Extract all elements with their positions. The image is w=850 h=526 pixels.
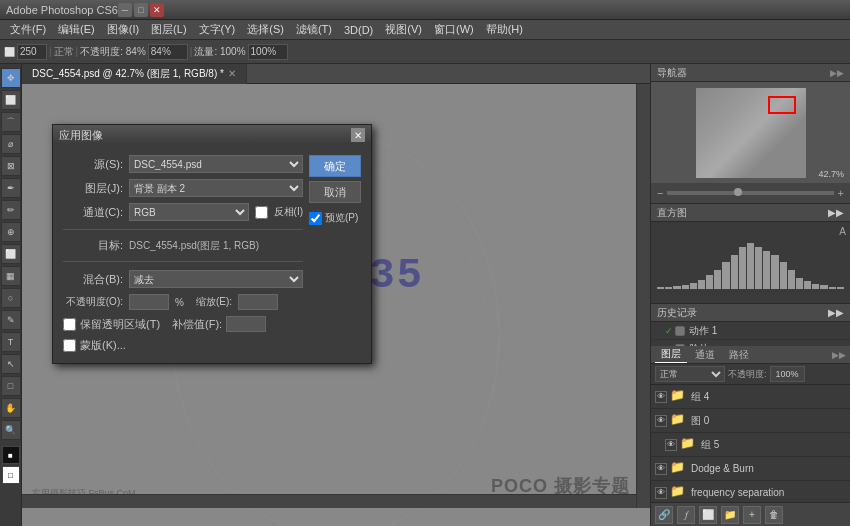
dialog-ok-button[interactable]: 确定	[309, 155, 361, 177]
layer-name-label: 图 0	[691, 414, 846, 428]
mask-label: 蒙版(K)...	[80, 338, 126, 353]
navigator-zoom-slider[interactable]	[667, 191, 833, 195]
tool-hand[interactable]: ✋	[1, 398, 21, 418]
histogram-arrows[interactable]: ▶▶	[828, 207, 844, 218]
channel-select[interactable]: RGB	[129, 203, 249, 221]
maximize-button[interactable]: □	[134, 3, 148, 17]
layer-visibility-toggle[interactable]: 👁	[655, 463, 667, 475]
tool-eraser[interactable]: ⬜	[1, 244, 21, 264]
history-item[interactable]: ✓动作 1	[651, 322, 850, 340]
opacity-row-input[interactable]	[770, 366, 805, 382]
minimize-button[interactable]: ─	[118, 3, 132, 17]
tool-pen[interactable]: ✎	[1, 310, 21, 330]
layer-item[interactable]: 👁📁Dodge & Burn	[651, 457, 850, 481]
mask-checkbox[interactable]	[63, 339, 76, 352]
new-group-button[interactable]: 📁	[721, 506, 739, 524]
blending-select[interactable]: 减去	[129, 270, 303, 288]
menu-layer[interactable]: 图层(L)	[145, 20, 192, 39]
canvas-tab-close[interactable]: ✕	[228, 68, 236, 79]
menu-window[interactable]: 窗口(W)	[428, 20, 480, 39]
layer-visibility-toggle[interactable]: 👁	[665, 439, 677, 451]
background-color[interactable]: □	[2, 466, 20, 484]
canvas-vertical-scrollbar[interactable]	[636, 84, 650, 508]
add-style-button[interactable]: 𝑓	[677, 506, 695, 524]
tab-channels[interactable]: 通道	[689, 347, 721, 363]
left-tools-panel: ✥ ⬜ ⌒ ⌀ ⊠ ✒ ✏ ⊕ ⬜ ▦ ○ ✎ T ↖ □ ✋ 🔍 ■ □	[0, 64, 22, 526]
offset-input[interactable]: 128	[226, 316, 266, 332]
preserve-label: 保留透明区域(T)	[80, 317, 160, 332]
layer-visibility-toggle[interactable]: 👁	[655, 391, 667, 403]
canvas-horizontal-scrollbar[interactable]	[22, 494, 636, 508]
tool-text[interactable]: T	[1, 332, 21, 352]
preserve-checkbox[interactable]	[63, 318, 76, 331]
tool-brush[interactable]: ✏	[1, 200, 21, 220]
opacity-input[interactable]	[148, 44, 188, 60]
menu-image[interactable]: 图像(I)	[101, 20, 145, 39]
tool-path-select[interactable]: ↖	[1, 354, 21, 374]
foreground-color[interactable]: ■	[2, 446, 20, 464]
layer-item[interactable]: 👁📁frequency separation	[651, 481, 850, 502]
main-layout: ✥ ⬜ ⌒ ⌀ ⊠ ✒ ✏ ⊕ ⬜ ▦ ○ ✎ T ↖ □ ✋ 🔍 ■ □ DS…	[0, 64, 850, 526]
navigator-header: 导航器 ▶▶	[651, 64, 850, 82]
dialog-cancel-button[interactable]: 取消	[309, 181, 361, 203]
dialog-title-bar[interactable]: 应用图像 ✕	[53, 125, 371, 145]
menu-3d[interactable]: 3D(D)	[338, 22, 379, 38]
zoom-out-icon[interactable]: −	[657, 187, 663, 199]
navigator-arrows[interactable]: ▶▶	[830, 68, 844, 78]
toolbar-size-input[interactable]	[17, 44, 47, 60]
layer-visibility-toggle[interactable]: 👁	[655, 415, 667, 427]
link-layers-button[interactable]: 🔗	[655, 506, 673, 524]
new-layer-button[interactable]: +	[743, 506, 761, 524]
zoom-in-icon[interactable]: +	[838, 187, 844, 199]
tool-lasso[interactable]: ⌒	[1, 112, 21, 132]
dialog-close-button[interactable]: ✕	[351, 128, 365, 142]
close-button[interactable]: ✕	[150, 3, 164, 17]
preview-checkbox[interactable]	[309, 212, 322, 225]
tab-layers[interactable]: 图层	[655, 346, 687, 363]
opacity-label: 不透明度: 84%	[80, 45, 146, 59]
dialog-title: 应用图像	[59, 128, 103, 143]
tool-shape[interactable]: □	[1, 376, 21, 396]
toolbar-mode-label: 正常	[54, 45, 74, 59]
tool-select-rect[interactable]: ⬜	[1, 90, 21, 110]
menu-bar: 文件(F) 编辑(E) 图像(I) 图层(L) 文字(Y) 选择(S) 滤镜(T…	[0, 20, 850, 40]
menu-select[interactable]: 选择(S)	[241, 20, 290, 39]
tab-paths[interactable]: 路径	[723, 347, 755, 363]
flow-input[interactable]	[248, 44, 288, 60]
layer-item[interactable]: 👁📁组 4	[651, 385, 850, 409]
canvas-tab-active[interactable]: DSC_4554.psd @ 42.7% (图层 1, RGB/8) * ✕	[22, 64, 247, 84]
scale-input[interactable]: 2	[238, 294, 278, 310]
source-select[interactable]: DSC_4554.psd	[129, 155, 303, 173]
layer-select[interactable]: 背景 副本 2	[129, 179, 303, 197]
history-arrows[interactable]: ▶▶	[828, 307, 844, 318]
layer-thumbnail: 📁	[680, 436, 698, 454]
tool-dodge[interactable]: ○	[1, 288, 21, 308]
tool-gradient[interactable]: ▦	[1, 266, 21, 286]
menu-text[interactable]: 文字(Y)	[193, 20, 242, 39]
target-label: 目标:	[63, 238, 123, 253]
tool-eyedropper[interactable]: ✒	[1, 178, 21, 198]
layer-blend-row: 正常 溶解 不透明度:	[651, 364, 850, 385]
tool-clone[interactable]: ⊕	[1, 222, 21, 242]
tool-crop[interactable]: ⊠	[1, 156, 21, 176]
menu-filter[interactable]: 滤镜(T)	[290, 20, 338, 39]
menu-help[interactable]: 帮助(H)	[480, 20, 529, 39]
tool-move[interactable]: ✥	[1, 68, 21, 88]
menu-edit[interactable]: 编辑(E)	[52, 20, 101, 39]
layers-panel-arrow[interactable]: ▶▶	[832, 350, 846, 360]
add-mask-button[interactable]: ⬜	[699, 506, 717, 524]
layer-item[interactable]: 👁📁图 0	[651, 409, 850, 433]
layer-name-label: 组 4	[691, 390, 846, 404]
menu-file[interactable]: 文件(F)	[4, 20, 52, 39]
blend-mode-select[interactable]: 正常 溶解	[655, 366, 725, 382]
tool-zoom[interactable]: 🔍	[1, 420, 21, 440]
navigator-content: 42.7%	[651, 82, 850, 183]
layer-item[interactable]: 👁📁组 5	[651, 433, 850, 457]
opacity-dialog-input[interactable]: 100	[129, 294, 169, 310]
toolbar: ⬜ | 正常 | 不透明度: 84% | 流量: 100%	[0, 40, 850, 64]
tool-wand[interactable]: ⌀	[1, 134, 21, 154]
invert-checkbox[interactable]	[255, 206, 268, 219]
layer-visibility-toggle[interactable]: 👁	[655, 487, 667, 499]
delete-layer-button[interactable]: 🗑	[765, 506, 783, 524]
menu-view[interactable]: 视图(V)	[379, 20, 428, 39]
